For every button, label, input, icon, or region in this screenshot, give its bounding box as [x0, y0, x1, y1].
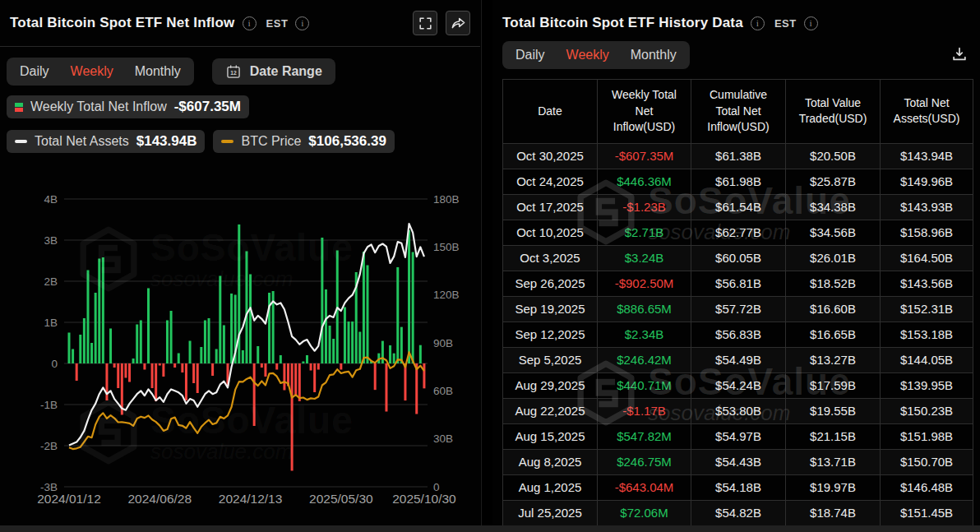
inflow-bar [155, 363, 157, 401]
inflow-bar [415, 363, 418, 414]
inflow-bar [340, 363, 342, 370]
tab-daily[interactable]: Daily [20, 64, 49, 79]
legend-total-net-assets[interactable]: Total Net Assets$143.94B [7, 130, 205, 153]
cell-cumulative-inflow: $56.83B [691, 322, 786, 347]
info-icon[interactable]: i [295, 16, 309, 30]
tab-weekly[interactable]: Weekly [566, 48, 609, 62]
cell-net-assets: $143.56B [881, 271, 973, 296]
share-icon [451, 16, 466, 31]
legend-value: $106,536.39 [308, 133, 386, 150]
inflow-bar [419, 345, 422, 363]
inflow-bar [245, 252, 247, 364]
left-axis-tick: 1B [44, 317, 58, 329]
cell-value-traded: $16.65B [786, 322, 881, 347]
history-table: DateWeekly Total Net Inflow(USD)Cumulati… [502, 79, 973, 526]
history-data-panel: Total Bitcoin Spot ETF History Data i ES… [492, 0, 980, 525]
inflow-bar [367, 266, 369, 364]
inflow-bar [86, 271, 89, 364]
panel-divider [481, 0, 482, 525]
green-red-bar-marker-icon [15, 103, 23, 112]
inflow-bar [128, 363, 131, 382]
info-icon[interactable]: i [804, 16, 818, 30]
inflow-bar [400, 327, 403, 363]
net-inflow-panel: Total Bitcoin Spot ETF Net Inflow i EST … [0, 0, 480, 525]
inflow-bar [317, 363, 320, 370]
cell-date: Oct 10,2025 [503, 220, 598, 245]
cell-value-traded: $26.01B [786, 245, 881, 271]
date-range-button[interactable]: 12 Date Range [212, 58, 335, 85]
inflow-bar [102, 257, 104, 363]
right-axis-tick: 30B [433, 433, 453, 445]
cell-net-assets: $144.05B [881, 347, 973, 372]
table-row: Aug 22,2025-$1.17B$53.80B$19.55B$150.23B [503, 398, 973, 423]
inflow-bar [208, 318, 210, 363]
table-row: Jul 25,2025$72.06M$54.82B$18.74B$151.45B [503, 500, 973, 525]
cell-value-traded: $13.27B [786, 347, 881, 372]
cell-cumulative-inflow: $62.77B [691, 220, 786, 245]
inflow-bar [381, 341, 384, 363]
info-icon[interactable]: i [243, 16, 257, 30]
cell-value-traded: $20.50B [786, 143, 881, 169]
net-inflow-header: Total Bitcoin Spot ETF Net Inflow i EST … [0, 0, 480, 47]
inflow-bar [280, 355, 282, 363]
cell-value-traded: $34.38B [786, 194, 881, 220]
cell-cumulative-inflow: $61.98B [691, 169, 786, 194]
inflow-bar [132, 359, 135, 363]
table-row: Aug 1,2025-$643.04M$54.18B$19.97B$146.48… [503, 474, 973, 500]
inflow-bar [76, 363, 78, 381]
inflow-bar [261, 363, 263, 368]
info-icon[interactable]: i [751, 16, 765, 30]
cell-weekly-inflow: $72.06M [598, 500, 691, 525]
inflow-chart[interactable]: 4B3B2B1B0-1B-2B-3B180B150B120B90B60B30B0… [0, 163, 480, 515]
download-button[interactable] [949, 44, 970, 67]
cell-weekly-inflow: -$1.17B [598, 398, 691, 423]
inflow-bar [117, 363, 119, 388]
share-button[interactable] [446, 11, 470, 35]
inflow-bar [189, 341, 192, 364]
cell-weekly-inflow: $246.42M [598, 347, 691, 372]
left-axis-tick: 4B [44, 193, 58, 206]
horizontal-scrollbar[interactable] [0, 525, 980, 532]
tab-daily[interactable]: Daily [515, 48, 545, 62]
right-axis-tick: 90B [433, 337, 453, 349]
cell-date: Aug 8,2025 [503, 449, 598, 474]
inflow-bar [283, 363, 285, 391]
fullscreen-button[interactable] [413, 11, 437, 35]
legend-weekly-total-net-inflow[interactable]: Weekly Total Net Inflow-$607.35M [7, 95, 249, 118]
tab-monthly[interactable]: Monthly [135, 64, 181, 79]
inflow-bar [170, 311, 173, 363]
inflow-bar [275, 363, 278, 370]
cell-value-traded: $25.87B [786, 169, 881, 194]
inflow-bar [140, 321, 142, 364]
inflow-bar [219, 276, 221, 364]
cell-net-assets: $151.45B [881, 500, 973, 525]
legend-btc-price[interactable]: BTC Price$106,536.39 [213, 130, 394, 153]
cell-net-assets: $158.96B [881, 220, 973, 245]
cell-date: Aug 22,2025 [503, 398, 598, 423]
table-row: Aug 29,2025$440.71M$54.24B$17.59B$139.95… [503, 372, 973, 398]
cell-date: Sep 26,2025 [503, 271, 598, 296]
inflow-bar [72, 349, 74, 364]
inflow-bar [344, 308, 346, 364]
cell-date: Aug 29,2025 [503, 372, 598, 398]
inflow-bar [204, 321, 206, 364]
cell-net-assets: $150.23B [881, 398, 973, 423]
period-tabs: DailyWeeklyMonthly [502, 41, 690, 69]
history-header: Total Bitcoin Spot ETF History Data i ES… [492, 0, 980, 31]
inflow-bar [200, 347, 202, 363]
inflow-bar [363, 252, 365, 363]
cell-date: Oct 30,2025 [503, 143, 598, 169]
cell-net-assets: $146.48B [881, 474, 973, 500]
inflow-bar [348, 322, 350, 363]
inflow-bar [242, 350, 244, 363]
fullscreen-icon [418, 16, 433, 31]
cell-weekly-inflow: -$902.50M [598, 271, 691, 296]
cell-weekly-inflow: $440.71M [598, 372, 691, 398]
cell-cumulative-inflow: $61.54B [691, 194, 786, 220]
cell-net-assets: $150.70B [881, 449, 973, 474]
tab-monthly[interactable]: Monthly [631, 48, 677, 62]
table-row: Aug 15,2025$547.82M$54.97B$21.15B$151.98… [503, 423, 973, 449]
est-label: EST [266, 17, 289, 30]
tab-weekly[interactable]: Weekly [71, 64, 113, 79]
cell-cumulative-inflow: $61.38B [691, 143, 786, 169]
